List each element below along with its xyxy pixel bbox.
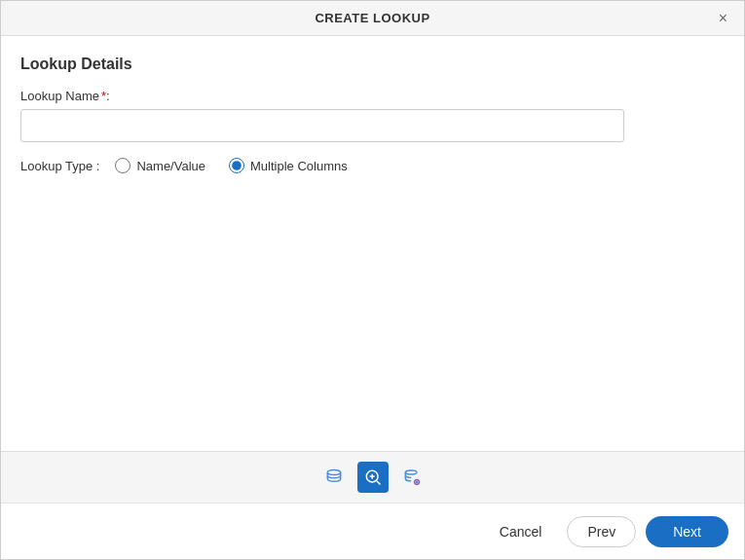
search-database-icon [363, 467, 383, 487]
lookup-type-label: Lookup Type : [20, 159, 99, 173]
lookup-name-label: Lookup Name [20, 89, 99, 103]
radio-multiplecolumns-label[interactable]: Multiple Columns [250, 159, 348, 173]
radio-namevalue[interactable] [115, 158, 130, 173]
radio-multiplecolumns[interactable] [229, 158, 244, 173]
database-settings-icon-button[interactable] [396, 462, 428, 493]
database-settings-icon [402, 467, 422, 487]
radio-option-namevalue[interactable]: Name/Value [115, 158, 205, 173]
search-database-icon-button[interactable] [357, 462, 389, 493]
section-title: Lookup Details [20, 56, 725, 73]
footer-actions: Cancel Prev Next [1, 503, 744, 559]
svg-point-7 [416, 481, 418, 483]
radio-option-multiplecolumns[interactable]: Multiple Columns [229, 158, 348, 173]
close-button[interactable]: × [714, 9, 732, 28]
lookup-type-radio-group: Name/Value Multiple Columns [115, 158, 347, 173]
database-icon [324, 467, 344, 487]
lookup-name-input[interactable] [20, 109, 624, 142]
footer-icons [1, 451, 744, 503]
svg-point-5 [405, 470, 417, 474]
svg-line-2 [376, 481, 380, 485]
svg-point-0 [327, 470, 340, 475]
modal-header: CREATE LOOKUP × [1, 1, 744, 36]
next-button[interactable]: Next [646, 516, 728, 547]
cancel-button[interactable]: Cancel [484, 516, 558, 547]
lookup-name-field: Lookup Name*: [20, 89, 725, 142]
modal-title: CREATE LOOKUP [315, 11, 429, 25]
create-lookup-modal: CREATE LOOKUP × Lookup Details Lookup Na… [0, 0, 745, 560]
lookup-type-field: Lookup Type : Name/Value Multiple Column… [20, 158, 725, 173]
modal-body: Lookup Details Lookup Name*: Lookup Type… [1, 36, 744, 451]
radio-namevalue-label[interactable]: Name/Value [136, 159, 205, 173]
prev-button[interactable]: Prev [567, 516, 636, 547]
database-icon-button[interactable] [318, 462, 350, 493]
